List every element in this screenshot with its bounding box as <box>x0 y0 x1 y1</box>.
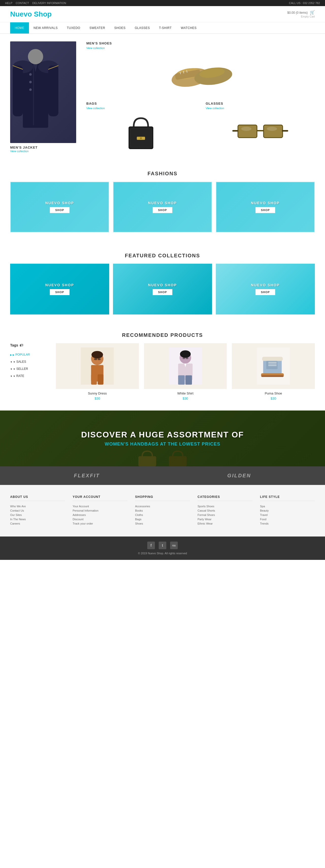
tag-seller[interactable]: ▼SELLER <box>10 365 48 372</box>
footer-about-link-4[interactable]: Careers <box>10 522 65 525</box>
help-link[interactable]: HELP <box>5 2 12 5</box>
footer-categories-link-1[interactable]: Casual Shorts <box>198 509 252 512</box>
bag-svg <box>124 112 157 153</box>
nav-sweater[interactable]: SWEATER <box>85 22 110 34</box>
social-icons: f t rss <box>5 541 320 549</box>
brand-flexfit: FLEXFIT <box>74 473 100 478</box>
footer-bottom: f t rss © 2019 Nuevo Shop. All rights re… <box>0 536 325 560</box>
footer-shopping-link-4[interactable]: Shoes <box>135 522 190 525</box>
footer-categories-title: CATEGORIES <box>198 495 252 501</box>
rss-icon[interactable]: rss <box>170 541 178 549</box>
footer-lifestyle-link-1[interactable]: Beauty <box>260 509 315 512</box>
svg-rect-61 <box>138 456 156 466</box>
top-bar: HELP CONTACT DELIVERY INFORMATION CALL U… <box>0 0 325 6</box>
recommended-title: RECOMMENDED PRODUCTS <box>10 330 315 343</box>
tag-rate[interactable]: ▼RATE <box>10 372 48 379</box>
footer-columns: ABOUT US Who We Are Contact Us Our Sites… <box>10 495 315 526</box>
svg-rect-42 <box>98 374 104 385</box>
nav-glasses[interactable]: GLASSES <box>130 22 155 34</box>
footer-about-link-1[interactable]: Contact Us <box>10 509 65 512</box>
nav-new-arrivals[interactable]: NEW ARRIVALS <box>29 22 62 34</box>
svg-point-6 <box>29 73 32 76</box>
glasses-image <box>206 112 315 153</box>
footer-lifestyle-link-2[interactable]: Travel <box>260 514 315 517</box>
white-shirt-price: $30 <box>144 397 227 400</box>
footer-lifestyle-link-4[interactable]: Trends <box>260 522 315 525</box>
footer-shopping-link-2[interactable]: Cloths <box>135 514 190 517</box>
footer-categories-link-2[interactable]: Formal Shoes <box>198 514 252 517</box>
featured-shop-btn-1[interactable]: SHOP <box>153 289 172 295</box>
footer-about-link-0[interactable]: Who We Are <box>10 505 65 508</box>
sunny-dress-image <box>56 343 139 389</box>
footer-account-link-4[interactable]: Track your order <box>73 522 127 525</box>
twitter-icon[interactable]: t <box>159 541 166 549</box>
footer-shopping-title: SHOPPING <box>135 495 190 501</box>
footer-about-link-3[interactable]: In The News <box>10 518 65 521</box>
nav-watches[interactable]: WATCHES <box>176 22 201 34</box>
footer-account-link-3[interactable]: Discount <box>73 518 127 521</box>
featured-shop-btn-2[interactable]: SHOP <box>255 289 275 295</box>
promo-line1: DISCOVER A HUGE ASSORTMENT OF <box>81 430 244 439</box>
footer-account-link-1[interactable]: Personal Information <box>73 509 127 512</box>
hero-bottom-row: BAGS View collection <box>86 102 315 153</box>
fashion-shop-btn-0[interactable]: SHOP <box>50 207 69 213</box>
footer-categories-link-4[interactable]: Ethnic Wear <box>198 522 252 525</box>
footer-shopping-link-0[interactable]: Accessories <box>135 505 190 508</box>
sunny-dress-name: Sunny Dress <box>56 392 139 395</box>
footer-lifestyle-title: LIFE STYLE <box>260 495 315 501</box>
logo[interactable]: Nuevo Shop <box>10 10 52 18</box>
svg-rect-5 <box>33 64 34 125</box>
fashion-shop-btn-2[interactable]: SHOP <box>255 207 275 213</box>
svg-rect-32 <box>282 130 288 132</box>
nav-tshirt[interactable]: T-SHIRT <box>154 22 176 34</box>
footer-shopping: SHOPPING Accessories Books Cloths Bags S… <box>135 495 190 526</box>
recommended-layout: Tags 🏷 ▶POPULAR ▼SALES ▼SELLER ▼RATE <box>10 343 315 400</box>
svg-rect-4 <box>48 66 58 116</box>
contact-link[interactable]: CONTACT <box>16 2 29 5</box>
footer-account-link-2[interactable]: Addresses <box>73 514 127 517</box>
footer-categories-link-3[interactable]: Party Wear <box>198 518 252 521</box>
promo-decorative <box>0 448 325 466</box>
footer-about-link-2[interactable]: Our Sites <box>10 514 65 517</box>
shoes-view-link[interactable]: View collection <box>86 46 315 50</box>
tag-popular[interactable]: ▶POPULAR <box>10 351 48 358</box>
nav-shoes[interactable]: SHOES <box>110 22 130 34</box>
copyright: © 2019 Nuevo Shop. All rights reserved <box>5 552 320 555</box>
top-bar-phone: CALL US : 032 2352 782 <box>289 2 320 5</box>
promo-text: DISCOVER A HUGE ASSORTMENT OF WOMEN'S HA… <box>81 430 244 447</box>
nav-tuxedo[interactable]: TUXEDO <box>62 22 85 34</box>
footer-categories-link-0[interactable]: Sports Shoes <box>198 505 252 508</box>
footer-lifestyle-link-3[interactable]: Food <box>260 518 315 521</box>
svg-rect-50 <box>178 375 185 385</box>
facebook-icon[interactable]: f <box>147 541 155 549</box>
nav-home[interactable]: HOME <box>10 22 29 34</box>
tag-sales[interactable]: ▼SALES <box>10 358 48 365</box>
sunny-dress-svg <box>81 344 114 388</box>
svg-point-24 <box>140 137 142 139</box>
footer-account-link-0[interactable]: Your Account <box>73 505 127 508</box>
footer-shopping-link-3[interactable]: Bags <box>135 518 190 521</box>
hero-section: MEN'S JACKET View collection MEN'S SHOES… <box>0 34 325 160</box>
cart-info[interactable]: $0.00 (0 items) 🛒 Empty Cart <box>287 10 315 18</box>
footer-lifestyle-link-0[interactable]: Spa <box>260 505 315 508</box>
svg-rect-51 <box>185 375 192 385</box>
promo-line2: WOMEN'S HANDBAGS AT THE LOWEST PRICES <box>81 441 244 447</box>
glasses-view-link[interactable]: View collection <box>206 107 315 110</box>
product-puma-shoe: Puma Shoe $30 <box>232 343 315 400</box>
hero-shoes-col: MEN'S SHOES View collection <box>86 41 315 94</box>
fashion-card-2-content: NUEVO SHOP SHOP <box>251 201 280 213</box>
cart-icon: 🛒 <box>310 10 315 14</box>
svg-rect-41 <box>91 374 97 385</box>
delivery-link[interactable]: DELIVERY INFORMATION <box>32 2 66 5</box>
brands-bar: FLEXFIT GILDEN <box>0 466 325 485</box>
white-shirt-name: White Shirt <box>144 392 227 395</box>
svg-point-33 <box>241 127 251 131</box>
fashion-brand-0: NUEVO SHOP <box>45 201 74 205</box>
jacket-view-link[interactable]: View collection <box>10 150 29 153</box>
shoes-svg <box>168 58 234 89</box>
footer-about: ABOUT US Who We Are Contact Us Our Sites… <box>10 495 65 526</box>
bags-view-link[interactable]: View collection <box>86 107 196 110</box>
featured-shop-btn-0[interactable]: SHOP <box>50 289 69 295</box>
footer-shopping-link-1[interactable]: Books <box>135 509 190 512</box>
fashion-shop-btn-1[interactable]: SHOP <box>153 207 172 213</box>
